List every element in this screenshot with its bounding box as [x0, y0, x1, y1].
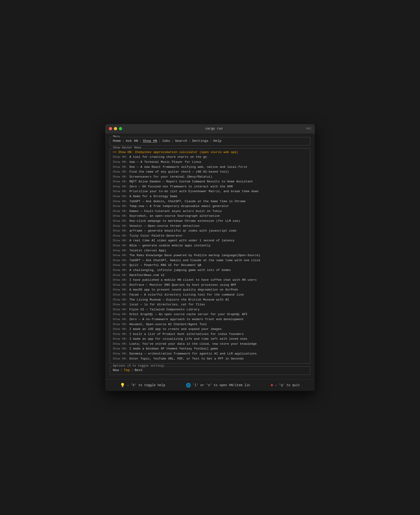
menu-search[interactable]: Search [175, 139, 187, 143]
option-sep-1: | [120, 368, 122, 372]
menu-panel-wrapper: Menu Home | Ask HN | Show HN | Jobs | Se… [110, 137, 310, 146]
news-item[interactable]: Show HN: A Demo for a Strategy Game [113, 194, 307, 199]
news-item[interactable]: Show HN: Facad — A colorful directory li… [113, 292, 307, 297]
news-item[interactable]: Show HN: ASim — generate usable mobile a… [113, 243, 307, 248]
news-item[interactable]: Show HN: The Raku Knowledge Base powered… [113, 253, 307, 258]
options-panel: New | Top | Best [110, 366, 310, 375]
options-items: New | Top | Best [113, 368, 307, 372]
options-panel-wrapper: Options (S to toggle sorting) New | Top … [110, 366, 310, 375]
footer-help: 💡 – 'h' to toggle help [120, 383, 165, 388]
minimize-button[interactable] [114, 127, 117, 130]
news-item[interactable]: Show HN: kew — A Terminal Music Player f… [113, 160, 307, 165]
news-item[interactable]: Show HN: qrframe — generate beautiful qr… [113, 228, 307, 233]
news-item[interactable]: Show HN: I made an app for visualizing l… [113, 337, 307, 341]
footer: 💡 – 'h' to toggle help 🌐 'l' or 'o' to o… [105, 379, 315, 391]
news-item[interactable]: Show HN: A real time AI video agent with… [113, 238, 307, 243]
menu-ask-hn[interactable]: Ask HN [126, 139, 138, 143]
footer-open: 🌐 'l' or 'o' to open HN/item lin [186, 383, 250, 388]
news-item[interactable]: Show HN: Orbit GraphQL — An open source … [113, 312, 307, 317]
menu-help[interactable]: Help [213, 139, 221, 143]
footer-help-text: – 'h' to toggle help [127, 383, 165, 387]
news-item[interactable]: Show HN: A challenging, infinite jumping… [113, 268, 307, 273]
news-item[interactable]: Show HN: I made an iOS app to create and… [113, 327, 307, 332]
news-panel-label: Show Hacker News [112, 146, 142, 149]
menu-panel: Home | Ask HN | Show HN | Jobs | Search … [110, 137, 310, 146]
x-icon: ✖ [271, 383, 273, 388]
options-panel-label: Options (S to toggle sorting) [112, 364, 165, 368]
news-item[interactable]: Show HN: MQTT Alive Daemon — Report Cust… [113, 179, 307, 184]
news-item[interactable]: Show HN: I built a list of Product Hunt … [113, 332, 307, 337]
news-item[interactable]: Show HN: One-click webpage to markdown C… [113, 219, 307, 224]
news-item[interactable]: Show HN: I made a Windows XP themed fant… [113, 346, 307, 351]
news-item[interactable]: Show HN: Flyon UI — Tailwind Components … [113, 307, 307, 312]
news-item[interactable]: Show HN: Teletxt (Vercel App) [113, 248, 307, 253]
globe-icon: 🌐 [186, 383, 191, 388]
news-item[interactable]: Show HN: Enter Topic, YouTube URL, PDF, … [113, 356, 307, 361]
maximize-button[interactable] [119, 127, 122, 130]
news-item[interactable]: Show HN: Dynamiq — orchestration framewo… [113, 351, 307, 356]
news-item[interactable]: Show HN: Hexabot, Open-source AI Chatbot… [113, 322, 307, 327]
news-item[interactable]: Show HN: Sourcebot, an open-source Sourc… [113, 213, 307, 219]
news-item[interactable]: >> Show HN: Chebyshev approximation calc… [113, 150, 307, 155]
close-button[interactable] [109, 127, 112, 130]
news-item[interactable]: Show HN: Loata; You've stored your data … [113, 341, 307, 346]
menu-items: Home | Ask HN | Show HN | Jobs | Search … [113, 139, 307, 143]
news-item[interactable]: Show HN: Quilt — Powerful RAG UI for Doc… [113, 263, 307, 268]
news-list: >> Show HN: Chebyshev approximation calc… [113, 150, 307, 361]
terminal-window: cargo run ⌥⌘2 Menu Home | Ask HN | Show … [105, 124, 315, 391]
news-item[interactable]: Show HN: Prioritise your to-do list with… [113, 189, 307, 194]
menu-sep-5: | [189, 139, 191, 143]
window-shortcut: ⌥⌘2 [306, 127, 311, 131]
news-item[interactable]: Show HN: Venator — Open-source threat de… [113, 224, 307, 228]
footer-quit: ✖ – 'q' to quit [271, 383, 300, 388]
option-top[interactable]: Top [124, 368, 130, 372]
news-item[interactable]: Show HN: Screensavers for your terminal … [113, 174, 307, 179]
menu-sep-2: | [139, 139, 142, 143]
news-item[interactable]: Show HN: Find the name of any guitar cho… [113, 169, 307, 174]
news-item[interactable]: Show HN: Zero — A no-framework approach … [113, 317, 307, 322]
news-item[interactable]: Show HN: Temp.now — A free temporary dis… [113, 204, 307, 209]
news-item[interactable]: Show HN: DnsTrace — Monitor DNS Queries … [113, 283, 307, 287]
option-sep-2: | [131, 368, 133, 372]
option-best[interactable]: Best [135, 368, 143, 372]
news-item[interactable]: Show HN: Zero — DX focused non framework… [113, 184, 307, 189]
menu-settings[interactable]: Settings [192, 139, 208, 143]
menu-jobs[interactable]: Jobs [162, 139, 170, 143]
menu-sep-4: | [172, 139, 173, 143]
news-item[interactable]: Show HN: A macOS app to prevent sound qu… [113, 287, 307, 292]
news-item[interactable]: Show HN: Tiiny Color Palette Generator [113, 233, 307, 238]
news-panel: >> Show HN: Chebyshev approximation calc… [110, 148, 310, 364]
footer-open-text: 'l' or 'o' to open HN/item lin [193, 383, 250, 387]
news-item[interactable]: Show HN: A tool for creating chord chart… [113, 154, 307, 160]
menu-show-hn[interactable]: Show HN [143, 139, 157, 143]
bulb-icon: 💡 [120, 383, 125, 388]
traffic-lights [109, 127, 122, 130]
window-title: cargo run [205, 127, 223, 131]
news-item[interactable]: Show HN: Kameo — Fault-tolerant async ac… [113, 209, 307, 214]
news-item[interactable]: Show HN: lscat — ls for directories, cat… [113, 302, 307, 307]
news-item[interactable]: Show HN: HackYourNews.com v2 [113, 273, 307, 278]
news-item[interactable]: Show HN: TabGPT — Ask ChatGPT, Gemini an… [113, 258, 307, 263]
menu-home[interactable]: Home [113, 139, 121, 143]
menu-sep-1: | [122, 139, 124, 143]
footer-quit-text: – 'q' to quit [275, 383, 300, 387]
option-new[interactable]: New [113, 368, 119, 372]
title-bar: cargo run ⌥⌘2 [105, 124, 315, 133]
main-content: Menu Home | Ask HN | Show HN | Jobs | Se… [105, 133, 315, 379]
news-item[interactable]: Show HN: TabGPT — Ask Gemini, ChatGPT, C… [113, 199, 307, 204]
news-item[interactable]: Show HN: I have published a mobile HN cl… [113, 278, 307, 283]
news-item[interactable]: Show HN: The Living Museum — Explore the… [113, 297, 307, 302]
news-panel-wrapper: Show Hacker News >> Show HN: Chebyshev a… [110, 148, 310, 364]
menu-sep-6: | [210, 139, 212, 143]
menu-panel-label: Menu [112, 135, 121, 138]
news-item[interactable]: Show HN: One — A new React framework uni… [113, 165, 307, 170]
menu-sep-3: | [158, 139, 161, 143]
